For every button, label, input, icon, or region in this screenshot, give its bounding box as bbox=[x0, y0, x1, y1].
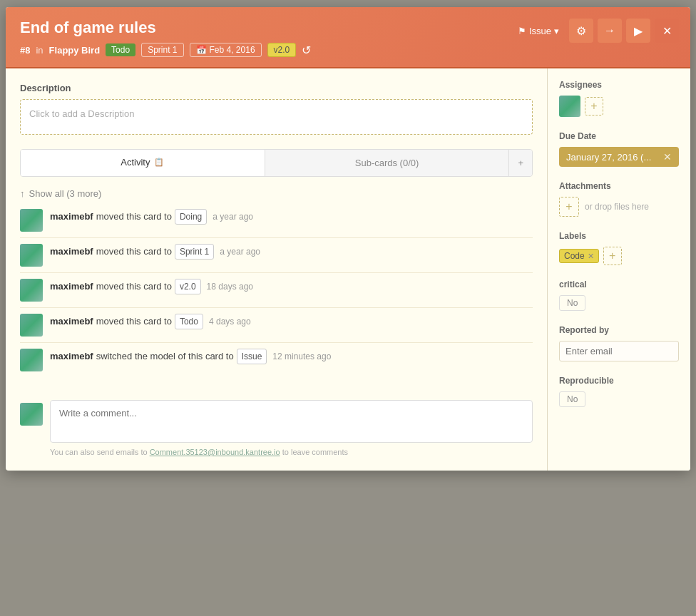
card-id: #8 bbox=[20, 45, 30, 56]
play-icon: ▶ bbox=[634, 24, 643, 38]
activity-tab-label: Activity bbox=[121, 157, 150, 168]
show-all-btn[interactable]: ↑ Show all (3 more) bbox=[20, 184, 101, 203]
add-tab-btn[interactable]: + bbox=[508, 150, 532, 176]
activity-destination: Doing bbox=[175, 209, 207, 225]
labels-row: Code ✕ + bbox=[559, 247, 679, 265]
activity-time: 18 days ago bbox=[207, 280, 253, 293]
activity-time: 12 minutes ago bbox=[272, 350, 331, 363]
activity-time: a year ago bbox=[220, 245, 260, 258]
plus-icon: + bbox=[518, 158, 523, 168]
date-value: Feb 4, 2016 bbox=[210, 45, 255, 55]
description-label: Description bbox=[20, 83, 533, 93]
navigate-btn[interactable]: → bbox=[598, 19, 622, 43]
meta-in: in bbox=[36, 45, 43, 56]
calendar-icon bbox=[196, 45, 207, 55]
critical-no-btn[interactable]: No bbox=[559, 295, 585, 311]
chevron-icon: ▾ bbox=[554, 26, 559, 36]
due-date-clear-icon[interactable]: ✕ bbox=[663, 151, 672, 163]
add-label-btn[interactable]: + bbox=[603, 247, 622, 265]
activity-text: maximebf switched the model of this card… bbox=[50, 349, 533, 364]
activity-destination: Sprint 1 bbox=[175, 244, 214, 260]
due-date-value: January 27, 2016 (... bbox=[566, 152, 651, 163]
labels-label: Labels bbox=[559, 231, 679, 241]
header-actions: ⚑ Issue ▾ ⚙ → ▶ ✕ bbox=[512, 19, 679, 43]
show-all-label: Show all (3 more) bbox=[29, 188, 102, 199]
modal-body: Description Click to add a Description A… bbox=[6, 68, 690, 471]
sprint-badge[interactable]: Sprint 1 bbox=[141, 43, 183, 57]
activity-text: maximebf moved this card to v2.0 18 days… bbox=[50, 279, 533, 294]
activity-item: maximebf switched the model of this card… bbox=[20, 343, 533, 377]
assignee-avatar bbox=[559, 96, 580, 117]
todo-badge[interactable]: Todo bbox=[106, 43, 135, 56]
gear-icon: ⚙ bbox=[576, 24, 586, 38]
remove-label-icon[interactable]: ✕ bbox=[588, 252, 594, 261]
due-date-section: Due Date January 27, 2016 (... ✕ bbox=[559, 131, 679, 167]
labels-section: Labels Code ✕ + bbox=[559, 231, 679, 265]
activity-action: switched the model of this card to bbox=[96, 349, 234, 364]
activity-text: maximebf moved this card to Sprint 1 a y… bbox=[50, 244, 533, 260]
activity-time: a year ago bbox=[213, 210, 253, 223]
close-btn[interactable]: ✕ bbox=[655, 19, 679, 43]
version-badge[interactable]: v2.0 bbox=[267, 43, 297, 57]
avatar bbox=[20, 349, 43, 371]
due-date-label: Due Date bbox=[559, 131, 679, 141]
refresh-icon[interactable]: ↺ bbox=[302, 43, 311, 57]
reproducible-section: Reproducible No bbox=[559, 376, 679, 407]
avatar bbox=[20, 244, 43, 267]
critical-label: critical bbox=[559, 279, 679, 289]
activity-text: maximebf moved this card to Todo 4 days … bbox=[50, 314, 533, 329]
avatar bbox=[20, 279, 43, 302]
assignees-row: + bbox=[559, 96, 679, 117]
add-attachment-btn[interactable]: + bbox=[559, 197, 579, 217]
activity-destination: Issue bbox=[237, 349, 267, 364]
reported-email-input[interactable] bbox=[559, 341, 679, 361]
tabs-container: Activity 📋 Sub-cards (0/0) + bbox=[20, 149, 533, 177]
avatar bbox=[20, 314, 43, 337]
hint-prefix: You can also send emails to bbox=[50, 448, 148, 456]
close-icon: ✕ bbox=[662, 24, 672, 38]
reproducible-no-btn[interactable]: No bbox=[559, 391, 585, 407]
drop-files-label: or drop files here bbox=[585, 202, 649, 212]
attachments-label: Attachments bbox=[559, 181, 679, 191]
tab-activity[interactable]: Activity 📋 bbox=[21, 150, 265, 176]
flag-icon: ⚑ bbox=[518, 26, 526, 36]
add-assignee-btn[interactable]: + bbox=[585, 97, 603, 115]
activity-list: ↑ Show all (3 more) maximebf moved this … bbox=[20, 184, 533, 377]
play-btn[interactable]: ▶ bbox=[626, 19, 650, 43]
reported-section: Reported by bbox=[559, 325, 679, 361]
assignees-label: Assignees bbox=[559, 80, 679, 90]
activity-action: moved this card to bbox=[96, 245, 172, 259]
comment-avatar bbox=[20, 403, 43, 426]
activity-destination: v2.0 bbox=[175, 279, 201, 294]
activity-text: maximebf moved this card to Doing a year… bbox=[50, 209, 533, 225]
activity-time: 4 days ago bbox=[209, 315, 251, 328]
modal-header: End of game rules #8 in Flappy Bird Todo… bbox=[6, 7, 690, 68]
activity-action: moved this card to bbox=[96, 314, 172, 329]
activity-user: maximebf bbox=[50, 245, 93, 259]
activity-action: moved this card to bbox=[96, 279, 172, 294]
issue-dropdown-btn[interactable]: ⚑ Issue ▾ bbox=[512, 23, 565, 39]
attachments-row: + or drop files here bbox=[559, 197, 679, 217]
assignees-section: Assignees + bbox=[559, 80, 679, 117]
tab-subcards[interactable]: Sub-cards (0/0) bbox=[265, 150, 509, 176]
date-badge[interactable]: Feb 4, 2016 bbox=[190, 43, 262, 57]
activity-item: maximebf moved this card to Sprint 1 a y… bbox=[20, 238, 533, 273]
code-label-text: Code bbox=[564, 251, 585, 261]
hint-suffix: to leave comments bbox=[282, 448, 348, 456]
gear-btn[interactable]: ⚙ bbox=[569, 19, 593, 43]
arrow-up-icon: ↑ bbox=[20, 188, 25, 199]
comment-textarea[interactable] bbox=[50, 400, 533, 443]
hint-email-link[interactable]: Comment.35123@inbound.kantree.io bbox=[150, 448, 280, 456]
sidebar: Assignees + Due Date January 27, 2016 (.… bbox=[548, 68, 690, 471]
attachments-section: Attachments + or drop files here bbox=[559, 181, 679, 217]
comment-wrapper: You can also send emails to Comment.3512… bbox=[50, 400, 533, 456]
description-section: Description Click to add a Description bbox=[20, 83, 533, 135]
description-input[interactable]: Click to add a Description bbox=[20, 99, 533, 135]
due-date-btn[interactable]: January 27, 2016 (... ✕ bbox=[559, 147, 679, 167]
project-link[interactable]: Flappy Bird bbox=[49, 45, 101, 56]
activity-item: maximebf moved this card to Doing a year… bbox=[20, 203, 533, 238]
reproducible-label: Reproducible bbox=[559, 376, 679, 386]
activity-user: maximebf bbox=[50, 210, 93, 224]
code-label-tag: Code ✕ bbox=[559, 249, 599, 263]
issue-btn-label: Issue bbox=[529, 26, 551, 36]
